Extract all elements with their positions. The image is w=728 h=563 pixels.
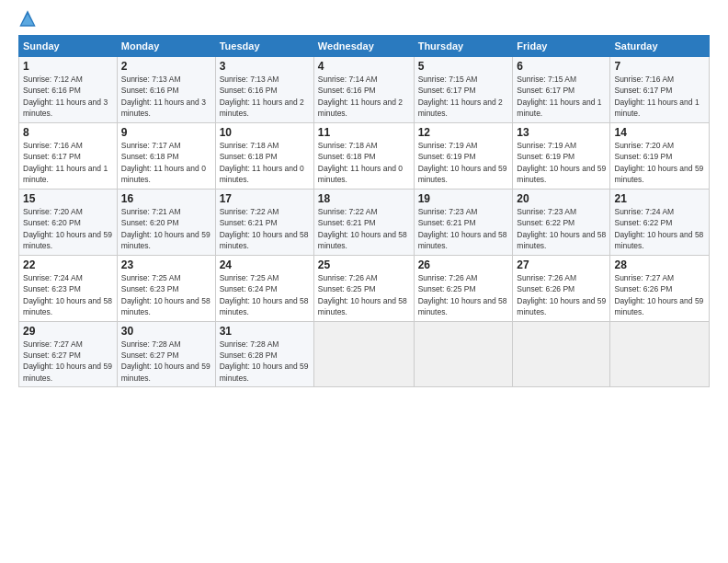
- calendar-cell: 17 Sunrise: 7:22 AMSunset: 6:21 PMDaylig…: [215, 189, 313, 255]
- cell-day-number: 16: [121, 192, 211, 205]
- cell-day-number: 21: [614, 192, 705, 205]
- calendar-header-row: SundayMondayTuesdayWednesdayThursdayFrid…: [19, 36, 710, 57]
- cell-day-number: 12: [418, 126, 509, 139]
- cell-sunrise: Sunrise: 7:28 AMSunset: 6:27 PMDaylight:…: [121, 339, 210, 383]
- cell-day-number: 19: [418, 192, 509, 205]
- cell-day-number: 26: [418, 259, 509, 271]
- calendar-cell: [414, 321, 513, 387]
- cell-sunrise: Sunrise: 7:27 AMSunset: 6:26 PMDaylight:…: [614, 273, 703, 316]
- cell-sunrise: Sunrise: 7:19 AMSunset: 6:19 PMDaylight:…: [418, 141, 507, 184]
- cell-sunrise: Sunrise: 7:16 AMSunset: 6:17 PMDaylight:…: [23, 141, 108, 184]
- cell-day-number: 7: [614, 60, 705, 73]
- cell-day-number: 28: [614, 259, 705, 271]
- cell-sunrise: Sunrise: 7:27 AMSunset: 6:27 PMDaylight:…: [23, 339, 112, 383]
- cell-day-number: 30: [121, 325, 211, 338]
- calendar-cell: [610, 321, 710, 387]
- cell-sunrise: Sunrise: 7:15 AMSunset: 6:17 PMDaylight:…: [418, 75, 503, 118]
- calendar-cell: 24 Sunrise: 7:25 AMSunset: 6:24 PMDaylig…: [215, 255, 313, 321]
- cell-day-number: 24: [220, 259, 310, 271]
- calendar-cell: 11 Sunrise: 7:18 AMSunset: 6:18 PMDaylig…: [313, 122, 414, 189]
- cell-sunrise: Sunrise: 7:22 AMSunset: 6:21 PMDaylight:…: [220, 207, 309, 250]
- calendar-cell: 13 Sunrise: 7:19 AMSunset: 6:19 PMDaylig…: [513, 122, 610, 189]
- cell-day-number: 14: [614, 126, 705, 139]
- cell-day-number: 31: [220, 325, 310, 338]
- cell-sunrise: Sunrise: 7:21 AMSunset: 6:20 PMDaylight:…: [121, 207, 210, 250]
- calendar-cell: 1 Sunrise: 7:12 AMSunset: 6:16 PMDayligh…: [19, 57, 118, 123]
- cell-day-number: 5: [418, 60, 509, 73]
- calendar-cell: 30 Sunrise: 7:28 AMSunset: 6:27 PMDaylig…: [117, 321, 215, 387]
- calendar-cell: 26 Sunrise: 7:26 AMSunset: 6:25 PMDaylig…: [414, 255, 513, 321]
- weekday-header: Monday: [117, 36, 215, 57]
- cell-day-number: 1: [23, 60, 113, 73]
- cell-sunrise: Sunrise: 7:20 AMSunset: 6:19 PMDaylight:…: [614, 141, 703, 184]
- calendar-cell: 6 Sunrise: 7:15 AMSunset: 6:17 PMDayligh…: [513, 57, 610, 123]
- cell-day-number: 17: [220, 192, 310, 205]
- cell-day-number: 13: [517, 126, 606, 139]
- calendar-cell: 27 Sunrise: 7:26 AMSunset: 6:26 PMDaylig…: [513, 255, 610, 321]
- cell-sunrise: Sunrise: 7:13 AMSunset: 6:16 PMDaylight:…: [121, 75, 206, 118]
- calendar-cell: 15 Sunrise: 7:20 AMSunset: 6:20 PMDaylig…: [19, 189, 118, 255]
- cell-sunrise: Sunrise: 7:17 AMSunset: 6:18 PMDaylight:…: [121, 141, 206, 184]
- calendar-cell: 20 Sunrise: 7:23 AMSunset: 6:22 PMDaylig…: [513, 189, 610, 255]
- calendar-cell: 21 Sunrise: 7:24 AMSunset: 6:22 PMDaylig…: [610, 189, 710, 255]
- logo: [18, 9, 40, 28]
- calendar-cell: 8 Sunrise: 7:16 AMSunset: 6:17 PMDayligh…: [19, 122, 118, 189]
- cell-sunrise: Sunrise: 7:13 AMSunset: 6:16 PMDaylight:…: [220, 75, 304, 118]
- cell-sunrise: Sunrise: 7:26 AMSunset: 6:25 PMDaylight:…: [318, 273, 407, 316]
- cell-sunrise: Sunrise: 7:15 AMSunset: 6:17 PMDaylight:…: [517, 75, 601, 118]
- calendar-cell: 12 Sunrise: 7:19 AMSunset: 6:19 PMDaylig…: [414, 122, 513, 189]
- cell-sunrise: Sunrise: 7:12 AMSunset: 6:16 PMDaylight:…: [23, 75, 108, 118]
- cell-day-number: 6: [517, 60, 606, 73]
- calendar-week-row: 15 Sunrise: 7:20 AMSunset: 6:20 PMDaylig…: [19, 189, 710, 255]
- calendar-table: SundayMondayTuesdayWednesdayThursdayFrid…: [18, 35, 710, 387]
- cell-sunrise: Sunrise: 7:23 AMSunset: 6:22 PMDaylight:…: [517, 207, 606, 250]
- weekday-header: Tuesday: [215, 36, 313, 57]
- cell-day-number: 27: [517, 259, 606, 271]
- weekday-header: Thursday: [414, 36, 513, 57]
- calendar-cell: [313, 321, 414, 387]
- cell-sunrise: Sunrise: 7:19 AMSunset: 6:19 PMDaylight:…: [517, 141, 606, 184]
- calendar-week-row: 1 Sunrise: 7:12 AMSunset: 6:16 PMDayligh…: [19, 57, 710, 123]
- weekday-header: Sunday: [19, 36, 118, 57]
- page: SundayMondayTuesdayWednesdayThursdayFrid…: [0, 0, 728, 563]
- cell-sunrise: Sunrise: 7:18 AMSunset: 6:18 PMDaylight:…: [318, 141, 403, 184]
- weekday-header: Saturday: [610, 36, 710, 57]
- cell-sunrise: Sunrise: 7:23 AMSunset: 6:21 PMDaylight:…: [418, 207, 507, 250]
- calendar-cell: 23 Sunrise: 7:25 AMSunset: 6:23 PMDaylig…: [117, 255, 215, 321]
- cell-sunrise: Sunrise: 7:18 AMSunset: 6:18 PMDaylight:…: [220, 141, 304, 184]
- cell-sunrise: Sunrise: 7:24 AMSunset: 6:23 PMDaylight:…: [23, 273, 112, 316]
- header: [18, 9, 710, 28]
- cell-sunrise: Sunrise: 7:20 AMSunset: 6:20 PMDaylight:…: [23, 207, 112, 250]
- calendar-cell: 5 Sunrise: 7:15 AMSunset: 6:17 PMDayligh…: [414, 57, 513, 123]
- calendar-week-row: 22 Sunrise: 7:24 AMSunset: 6:23 PMDaylig…: [19, 255, 710, 321]
- calendar-cell: 25 Sunrise: 7:26 AMSunset: 6:25 PMDaylig…: [313, 255, 414, 321]
- cell-sunrise: Sunrise: 7:24 AMSunset: 6:22 PMDaylight:…: [614, 207, 703, 250]
- cell-day-number: 20: [517, 192, 606, 205]
- cell-sunrise: Sunrise: 7:25 AMSunset: 6:23 PMDaylight:…: [121, 273, 210, 316]
- cell-day-number: 22: [23, 259, 113, 271]
- cell-day-number: 11: [318, 126, 410, 139]
- calendar-cell: 28 Sunrise: 7:27 AMSunset: 6:26 PMDaylig…: [610, 255, 710, 321]
- weekday-header: Friday: [513, 36, 610, 57]
- cell-day-number: 8: [23, 126, 113, 139]
- logo-icon: [18, 9, 37, 28]
- calendar-cell: 7 Sunrise: 7:16 AMSunset: 6:17 PMDayligh…: [610, 57, 710, 123]
- calendar-cell: 3 Sunrise: 7:13 AMSunset: 6:16 PMDayligh…: [215, 57, 313, 123]
- calendar-cell: 9 Sunrise: 7:17 AMSunset: 6:18 PMDayligh…: [117, 122, 215, 189]
- calendar-cell: 14 Sunrise: 7:20 AMSunset: 6:19 PMDaylig…: [610, 122, 710, 189]
- cell-day-number: 3: [220, 60, 310, 73]
- calendar-cell: 10 Sunrise: 7:18 AMSunset: 6:18 PMDaylig…: [215, 122, 313, 189]
- cell-day-number: 25: [318, 259, 410, 271]
- calendar-cell: 19 Sunrise: 7:23 AMSunset: 6:21 PMDaylig…: [414, 189, 513, 255]
- cell-day-number: 18: [318, 192, 410, 205]
- cell-sunrise: Sunrise: 7:28 AMSunset: 6:28 PMDaylight:…: [220, 339, 309, 383]
- cell-sunrise: Sunrise: 7:14 AMSunset: 6:16 PMDaylight:…: [318, 75, 403, 118]
- calendar-cell: 2 Sunrise: 7:13 AMSunset: 6:16 PMDayligh…: [117, 57, 215, 123]
- cell-sunrise: Sunrise: 7:16 AMSunset: 6:17 PMDaylight:…: [614, 75, 699, 118]
- calendar-cell: [513, 321, 610, 387]
- cell-sunrise: Sunrise: 7:26 AMSunset: 6:26 PMDaylight:…: [517, 273, 606, 316]
- calendar-cell: 4 Sunrise: 7:14 AMSunset: 6:16 PMDayligh…: [313, 57, 414, 123]
- cell-day-number: 9: [121, 126, 211, 139]
- cell-day-number: 29: [23, 325, 113, 338]
- calendar-cell: 31 Sunrise: 7:28 AMSunset: 6:28 PMDaylig…: [215, 321, 313, 387]
